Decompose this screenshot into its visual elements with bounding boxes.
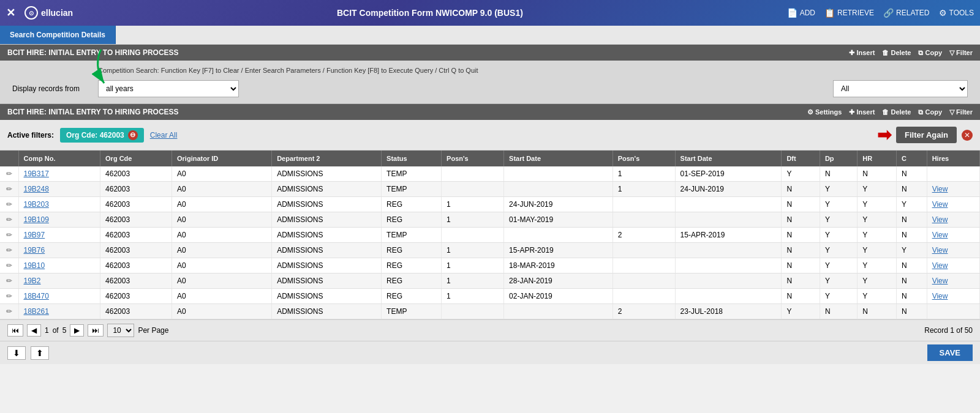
tab-search-competition-details[interactable]: Search Competition Details [0,26,116,44]
year-dropdown[interactable]: all years [98,80,239,97]
search-area: Competition Search: Function Key [F7] to… [0,61,980,104]
row-startdate1-9 [504,304,613,319]
row-icon-9[interactable]: ✏ [0,304,18,319]
page-separator: of [53,326,59,335]
row-hr-9: N [858,304,897,319]
row-posns1-1 [442,182,504,197]
row-icon-4[interactable]: ✏ [0,228,18,243]
all-dropdown[interactable]: All [833,80,968,97]
row-comp-no-2[interactable]: 19B203 [18,197,100,212]
total-pages: 5 [62,326,67,335]
close-button[interactable]: ✕ [6,6,15,20]
row-comp-no-6[interactable]: 19B10 [18,258,100,273]
row-hires-7[interactable]: View [927,273,979,289]
row-org-cde-1: 462003 [100,182,172,197]
row-dp-3: Y [820,212,857,228]
copy-button-1[interactable]: ⧉ Copy [918,49,942,57]
table-body: ✏ 19B317 462003 A0 ADMISSIONS TEMP 1 01-… [0,166,980,319]
scroll-up-button[interactable]: ⬆ [31,346,49,360]
row-icon-5[interactable]: ✏ [0,243,18,258]
section-header-1: BCIT HIRE: INITIAL ENTRY TO HIRING PROCE… [0,45,980,61]
display-records-label: Display records from [12,84,92,93]
first-page-button[interactable]: ⏮ [7,324,23,337]
row-comp-no-3[interactable]: 19B109 [18,212,100,228]
row-comp-no-1[interactable]: 19B248 [18,182,100,197]
row-hires-6[interactable]: View [927,258,979,273]
row-comp-no-4[interactable]: 19B97 [18,228,100,243]
table-row: ✏ 19B109 462003 A0 ADMISSIONS REG 1 01-M… [0,212,980,228]
filter-again-close-button[interactable]: ✕ [962,130,973,141]
row-icon-7[interactable]: ✏ [0,273,18,289]
col-hr: HR [858,151,897,166]
row-c-1: N [896,182,927,197]
filter-button-1[interactable]: ▽ Filter [949,49,973,57]
scroll-down-button[interactable]: ⬇ [7,346,26,360]
row-dft-0: Y [782,166,820,182]
row-posns1-7: 1 [442,273,504,289]
insert-button-1[interactable]: ✚ Insert [849,49,875,57]
clear-all-button[interactable]: Clear All [150,131,178,140]
row-hires-2[interactable]: View [927,197,979,212]
filter-chip-remove-button[interactable]: ⊖ [128,130,138,140]
row-comp-no-0[interactable]: 19B317 [18,166,100,182]
row-hires-4[interactable]: View [927,228,979,243]
row-hires-3[interactable]: View [927,212,979,228]
delete-button-2[interactable]: 🗑 Delete [882,108,911,116]
save-button[interactable]: SAVE [927,344,973,361]
row-c-2: Y [896,197,927,212]
delete-button-1[interactable]: 🗑 Delete [882,49,911,56]
copy-button-2[interactable]: ⧉ Copy [918,108,942,116]
row-posns2-2 [612,197,675,212]
settings-button[interactable]: ⚙ Settings [807,108,842,116]
row-hires-8[interactable]: View [927,289,979,304]
row-hires-5[interactable]: View [927,243,979,258]
bottom-arrows: ⬇ ⬆ [7,346,49,360]
row-comp-no-9[interactable]: 18B261 [18,304,100,319]
row-org-cde-2: 462003 [100,197,172,212]
table-row: ✏ 19B97 462003 A0 ADMISSIONS TEMP 2 15-A… [0,228,980,243]
row-dp-9: N [820,304,857,319]
row-orig-id-2: A0 [172,197,272,212]
row-posns2-5 [612,243,675,258]
prev-page-button[interactable]: ◀ [27,324,41,337]
row-hr-2: Y [858,197,897,212]
tools-button[interactable]: ⚙ TOOLS [939,8,974,18]
row-startdate1-2: 24-JUN-2019 [504,197,613,212]
row-icon-1[interactable]: ✏ [0,182,18,197]
row-icon-8[interactable]: ✏ [0,289,18,304]
insert-button-2[interactable]: ✚ Insert [849,108,875,116]
row-dept2-5: ADMISSIONS [272,243,382,258]
row-comp-no-7[interactable]: 19B2 [18,273,100,289]
row-dp-6: Y [820,258,857,273]
row-icon-2[interactable]: ✏ [0,197,18,212]
table-row: ✏ 19B76 462003 A0 ADMISSIONS REG 1 15-AP… [0,243,980,258]
row-orig-id-8: A0 [172,289,272,304]
row-c-5: Y [896,243,927,258]
row-icon-3[interactable]: ✏ [0,212,18,228]
row-hires-1[interactable]: View [927,182,979,197]
row-comp-no-5[interactable]: 19B76 [18,243,100,258]
filter-button-2[interactable]: ▽ Filter [949,108,973,116]
row-org-cde-7: 462003 [100,273,172,289]
filter-again-button[interactable]: Filter Again [896,127,957,143]
tools-label: TOOLS [949,9,974,17]
section-header-2-actions: ⚙ Settings ✚ Insert 🗑 Delete ⧉ Copy ▽ Fi… [807,108,973,116]
row-icon-6[interactable]: ✏ [0,258,18,273]
row-dft-7: N [782,273,820,289]
col-dft: Dft [782,151,820,166]
add-button[interactable]: 📄 ADD [787,8,815,18]
row-status-9: TEMP [382,304,442,319]
related-button[interactable]: 🔗 RELATED [883,8,929,18]
row-dept2-9: ADMISSIONS [272,304,382,319]
filter-again-container: ➡ Filter Again ✕ [877,125,973,145]
row-startdate1-0 [504,166,613,182]
row-startdate2-1: 24-JUN-2019 [675,182,782,197]
retrieve-icon: 📋 [824,8,835,18]
record-info: Record 1 of 50 [924,326,973,335]
row-comp-no-8[interactable]: 18B470 [18,289,100,304]
last-page-button[interactable]: ⏭ [88,324,104,337]
next-page-button[interactable]: ▶ [70,324,84,337]
per-page-select[interactable]: 10 25 50 [107,324,134,337]
retrieve-button[interactable]: 📋 RETRIEVE [824,8,874,18]
row-icon-0[interactable]: ✏ [0,166,18,182]
